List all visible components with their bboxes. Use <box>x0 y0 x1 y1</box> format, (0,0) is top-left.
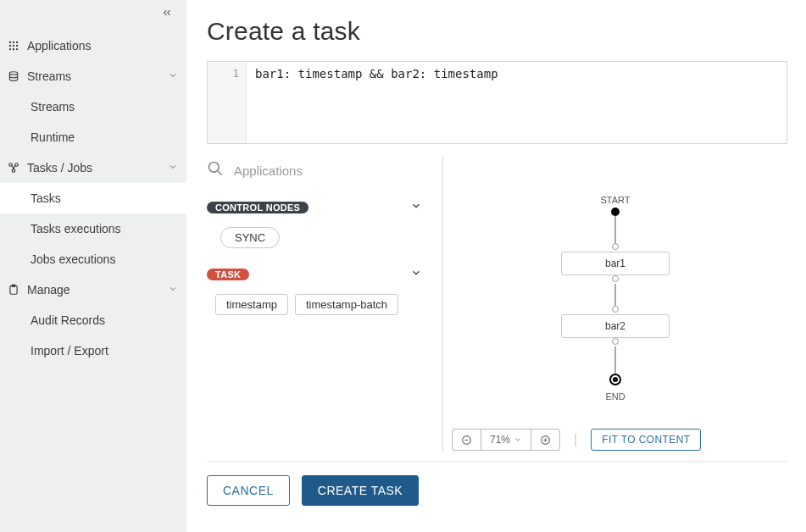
svg-point-11 <box>15 163 19 167</box>
sidebar-item-tasks-executions[interactable]: Tasks executions <box>0 213 186 244</box>
svg-line-16 <box>218 171 222 175</box>
palette-group-task[interactable]: TASK <box>207 263 422 285</box>
chevron-down-icon <box>168 161 178 175</box>
start-label: START <box>590 195 641 205</box>
line-number: 1 <box>208 67 239 80</box>
sidebar-item-audit-records[interactable]: Audit Records <box>0 305 186 335</box>
connector[interactable] <box>612 275 619 282</box>
svg-point-10 <box>9 163 13 167</box>
end-node[interactable] <box>609 374 621 385</box>
dsl-editor[interactable]: 1 bar1: timestamp && bar2: timestamp <box>207 61 787 144</box>
palette: CONTROL NODES SYNC TASK timestamp <box>207 156 442 451</box>
search-icon <box>207 160 227 180</box>
minus-circle-icon <box>461 435 472 446</box>
sidebar-item-label: Streams <box>27 69 168 83</box>
sidebar-item-import-export[interactable]: Import / Export <box>0 335 186 366</box>
page-title: Create a task <box>207 17 787 46</box>
connector[interactable] <box>612 338 619 345</box>
connector[interactable] <box>612 243 619 250</box>
sidebar-item-label: Runtime <box>31 130 178 144</box>
sidebar-item-label: Tasks <box>31 191 178 205</box>
palette-search-input[interactable] <box>232 163 422 179</box>
flow-edge <box>614 284 616 306</box>
sidebar-item-label: Streams <box>31 100 178 114</box>
zoom-controls: 71% <box>452 429 560 451</box>
create-task-button[interactable]: CREATE TASK <box>302 475 419 506</box>
sidebar-item-label: Audit Records <box>31 313 178 327</box>
task-node-bar2[interactable]: bar2 <box>561 314 670 338</box>
editor-content[interactable]: bar1: timestamp && bar2: timestamp <box>247 62 787 143</box>
sidebar-collapse-button[interactable] <box>158 3 176 22</box>
svg-point-3 <box>9 45 11 47</box>
button-label: FIT TO CONTENT <box>602 434 690 446</box>
sidebar-item-applications[interactable]: Applications <box>0 30 186 61</box>
palette-item-timestamp[interactable]: timestamp <box>215 294 288 315</box>
sidebar-item-jobs-executions[interactable]: Jobs executions <box>0 244 186 274</box>
svg-point-1 <box>13 42 14 43</box>
svg-point-0 <box>9 42 11 43</box>
cancel-button[interactable]: CANCEL <box>207 475 290 506</box>
svg-point-15 <box>209 163 220 173</box>
connector[interactable] <box>612 306 619 313</box>
group-badge: CONTROL NODES <box>207 202 309 213</box>
main-content: Create a task 1 bar1: timestamp && bar2:… <box>186 0 806 532</box>
chevron-down-icon <box>168 69 178 83</box>
sidebar-item-label: Manage <box>27 283 168 296</box>
sidebar-item-manage[interactable]: Manage <box>0 274 186 305</box>
chevron-down-icon <box>410 267 422 282</box>
sidebar-item-label: Import / Export <box>31 344 178 357</box>
chevron-down-icon <box>514 435 522 444</box>
button-label: CREATE TASK <box>318 484 403 497</box>
editor-gutter: 1 <box>208 62 247 143</box>
zoom-in-button[interactable] <box>531 429 559 450</box>
svg-point-6 <box>9 48 11 50</box>
sidebar: Applications Streams Streams Runtime <box>0 0 186 532</box>
sidebar-item-label: Tasks / Jobs <box>27 161 168 175</box>
sidebar-item-runtime[interactable]: Runtime <box>0 122 186 152</box>
task-node-label: bar1 <box>605 258 625 269</box>
zoom-level-value: 71% <box>490 434 510 446</box>
sidebar-item-label: Tasks executions <box>31 222 178 236</box>
button-label: CANCEL <box>223 484 274 497</box>
svg-point-9 <box>9 72 17 75</box>
flow-edge <box>614 216 616 243</box>
sidebar-item-streams-sub[interactable]: Streams <box>0 91 186 122</box>
fit-to-content-button[interactable]: FIT TO CONTENT <box>591 429 701 451</box>
task-node-label: bar2 <box>605 320 625 332</box>
svg-point-4 <box>13 45 14 47</box>
palette-item-timestamp-batch[interactable]: timestamp-batch <box>295 294 398 315</box>
group-badge: TASK <box>207 269 249 280</box>
zoom-out-button[interactable] <box>453 429 481 450</box>
flow-canvas[interactable]: START bar1 bar2 END <box>443 156 787 424</box>
clipboard-icon <box>7 283 20 296</box>
svg-point-8 <box>16 48 18 50</box>
footer-divider <box>207 461 787 462</box>
sidebar-item-tasks[interactable]: Tasks <box>0 183 186 213</box>
sidebar-item-label: Applications <box>27 39 178 53</box>
task-node-bar1[interactable]: bar1 <box>561 252 670 275</box>
plus-circle-icon <box>540 435 551 446</box>
chevron-down-icon <box>410 200 422 215</box>
zoom-level-dropdown[interactable]: 71% <box>481 429 531 450</box>
chevron-down-icon <box>168 283 178 296</box>
sidebar-item-tasks-jobs[interactable]: Tasks / Jobs <box>0 152 186 183</box>
flow-edge <box>614 346 616 374</box>
svg-point-2 <box>16 42 18 43</box>
end-label: END <box>590 391 641 402</box>
palette-item-sync[interactable]: SYNC <box>220 227 280 248</box>
svg-point-5 <box>16 45 18 47</box>
chevron-double-left-icon <box>161 7 173 19</box>
palette-group-control-nodes[interactable]: CONTROL NODES <box>207 197 422 219</box>
control-separator: | <box>574 432 577 447</box>
svg-point-7 <box>13 48 14 50</box>
grid-icon <box>7 39 20 53</box>
streams-icon <box>7 69 20 83</box>
sidebar-item-streams[interactable]: Streams <box>0 61 186 91</box>
start-node[interactable] <box>611 208 620 216</box>
tasks-icon <box>7 161 20 175</box>
sidebar-item-label: Jobs executions <box>31 252 178 266</box>
